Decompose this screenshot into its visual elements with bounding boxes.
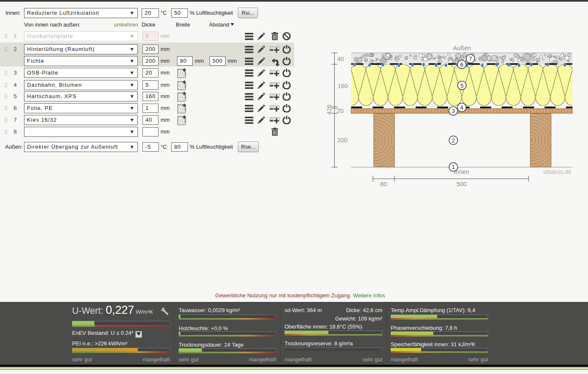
svg-text:160: 160	[338, 83, 348, 89]
svg-text:3: 3	[452, 108, 455, 114]
svg-text:40: 40	[337, 56, 344, 62]
svg-text:ubakus.de: ubakus.de	[543, 168, 572, 175]
svg-text:500: 500	[456, 181, 467, 187]
svg-text:1: 1	[452, 164, 455, 170]
svg-text:6: 6	[460, 61, 464, 68]
svg-text:Außen: Außen	[453, 45, 471, 51]
svg-text:5: 5	[460, 83, 464, 89]
svg-text:7: 7	[469, 56, 472, 62]
svg-text:2: 2	[452, 137, 455, 144]
svg-text:426: 426	[326, 104, 333, 115]
svg-text:4: 4	[460, 104, 464, 111]
svg-text:200: 200	[337, 137, 347, 144]
svg-text:20: 20	[337, 107, 344, 114]
svg-text:80: 80	[380, 181, 387, 187]
